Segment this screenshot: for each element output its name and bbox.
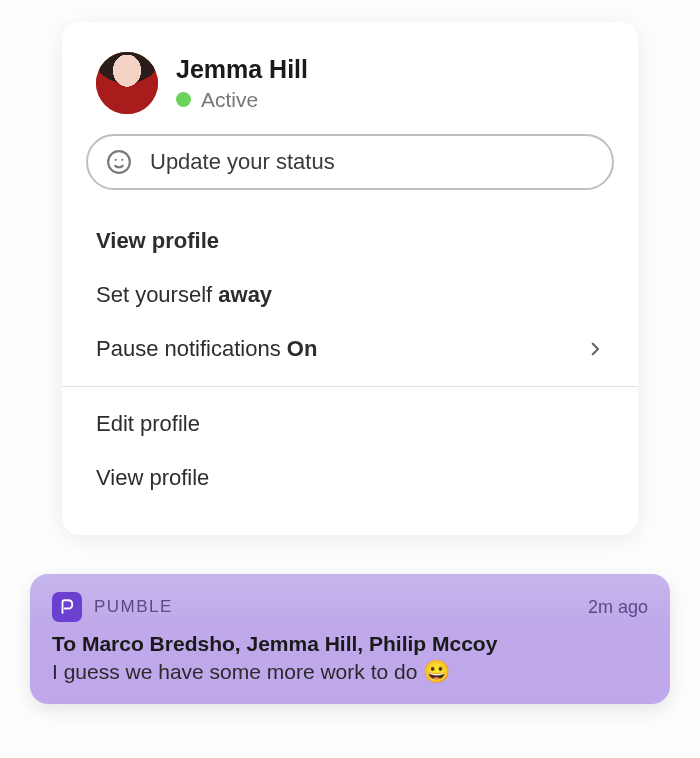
pumble-app-icon bbox=[52, 592, 82, 622]
svg-point-0 bbox=[108, 151, 130, 173]
notification-app-name: PUMBLE bbox=[94, 597, 173, 617]
menu-label: View profile bbox=[96, 465, 209, 491]
notification-header: PUMBLE 2m ago bbox=[52, 592, 648, 622]
notification-app: PUMBLE bbox=[52, 592, 173, 622]
presence-label: Active bbox=[201, 88, 258, 112]
notification-body-text: I guess we have some more work to do bbox=[52, 660, 417, 684]
menu-label: Pause notifications On bbox=[96, 336, 317, 362]
profile-header: Jemma Hill Active bbox=[62, 22, 638, 134]
profile-name: Jemma Hill bbox=[176, 55, 308, 84]
svg-point-2 bbox=[121, 159, 123, 161]
svg-point-1 bbox=[115, 159, 117, 161]
menu-set-away[interactable]: Set yourself away bbox=[62, 268, 638, 322]
menu-edit-profile[interactable]: Edit profile bbox=[62, 397, 638, 451]
chevron-right-icon bbox=[586, 340, 604, 358]
menu-label: View profile bbox=[96, 228, 219, 253]
status-placeholder: Update your status bbox=[150, 149, 335, 175]
grinning-face-emoji-icon: 😀 bbox=[423, 661, 450, 683]
status-input[interactable]: Update your status bbox=[86, 134, 614, 190]
notification-toast[interactable]: PUMBLE 2m ago To Marco Bredsho, Jemma Hi… bbox=[30, 574, 670, 704]
profile-menu-card: Jemma Hill Active Update your status Vie… bbox=[62, 22, 638, 535]
presence-row: Active bbox=[176, 88, 308, 112]
smiley-icon bbox=[106, 149, 132, 175]
notification-time: 2m ago bbox=[588, 597, 648, 618]
menu-view-profile[interactable]: View profile bbox=[62, 214, 638, 268]
menu-divider bbox=[62, 386, 638, 387]
menu-pause-notifications[interactable]: Pause notifications On bbox=[62, 322, 638, 376]
menu-label: Set yourself away bbox=[96, 282, 272, 308]
notification-title: To Marco Bredsho, Jemma Hill, Philip Mcc… bbox=[52, 632, 648, 656]
presence-dot-icon bbox=[176, 92, 191, 107]
avatar[interactable] bbox=[96, 52, 158, 114]
menu-list: View profile Set yourself away Pause not… bbox=[62, 214, 638, 505]
notification-body: I guess we have some more work to do 😀 bbox=[52, 660, 648, 684]
menu-label: Edit profile bbox=[96, 411, 200, 437]
profile-info: Jemma Hill Active bbox=[176, 55, 308, 112]
menu-view-profile-2[interactable]: View profile bbox=[62, 451, 638, 505]
